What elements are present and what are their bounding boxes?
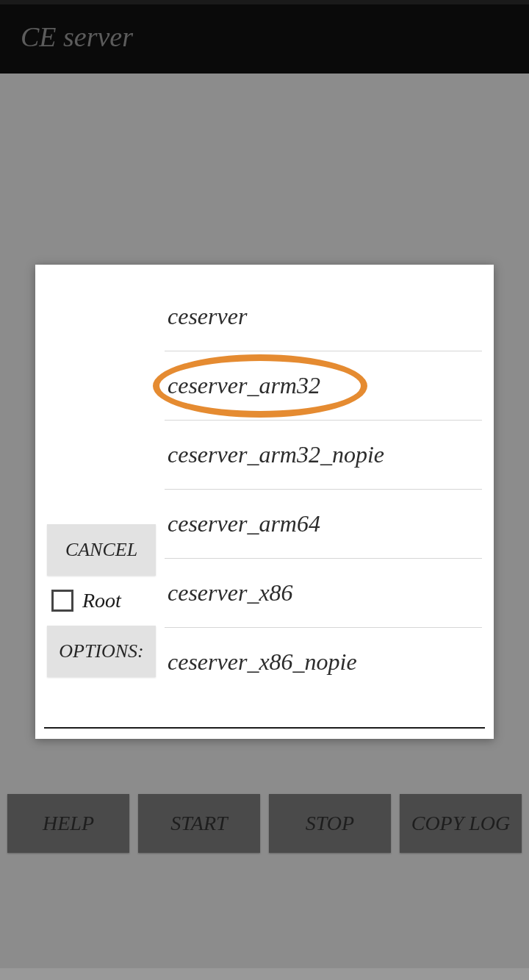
app-header: CE server: [0, 4, 529, 74]
list-item-label: ceserver_x86_nopie: [168, 648, 357, 675]
list-item[interactable]: ceserver_arm64: [165, 490, 482, 559]
list-item[interactable]: ceserver_x86: [165, 559, 482, 628]
binary-list: ceserver ceserver_arm32 ceserver_arm32_n…: [165, 282, 482, 707]
list-item[interactable]: ceserver_x86_nopie: [165, 628, 482, 707]
checkbox-icon: [51, 590, 73, 612]
binary-picker-dialog: CANCEL Root OPTIONS: ceserver ceserver_a…: [35, 265, 494, 739]
list-item-label: ceserver_arm32_nopie: [168, 441, 384, 468]
main-area: HELP START STOP COPY LOG CANCEL Root OPT…: [0, 74, 529, 968]
options-button[interactable]: OPTIONS:: [47, 626, 156, 677]
list-item-label: ceserver: [168, 303, 247, 329]
list-item[interactable]: ceserver_arm32: [165, 351, 482, 421]
list-item-label: ceserver_arm32: [168, 372, 320, 398]
dialog-footer-spacer: [35, 729, 494, 739]
root-label: Root: [82, 589, 121, 612]
app-title: CE server: [21, 21, 133, 52]
dialog-left-controls: CANCEL Root OPTIONS:: [47, 282, 165, 707]
list-item-label: ceserver_x86: [168, 579, 293, 606]
root-checkbox-row[interactable]: Root: [47, 586, 165, 615]
list-item[interactable]: ceserver: [165, 282, 482, 351]
list-item[interactable]: ceserver_arm32_nopie: [165, 421, 482, 490]
list-item-label: ceserver_arm64: [168, 510, 320, 537]
cancel-button[interactable]: CANCEL: [47, 524, 156, 576]
